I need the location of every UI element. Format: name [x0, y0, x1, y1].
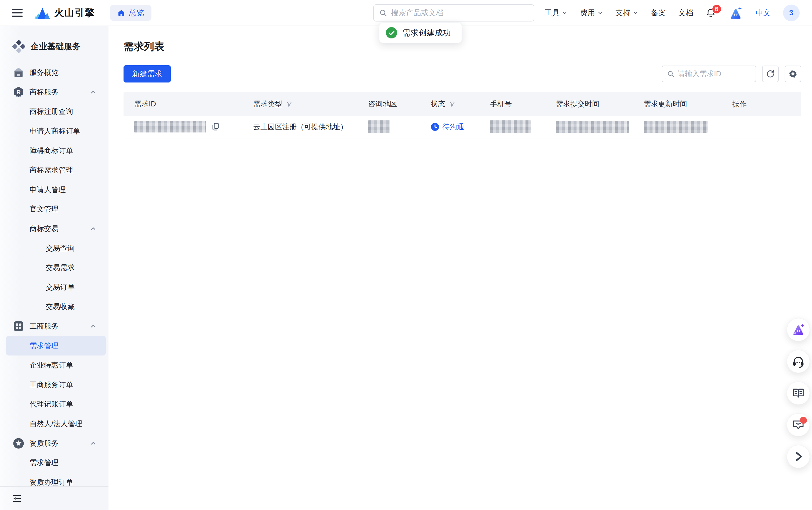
chevron-up-icon[interactable]	[90, 89, 97, 96]
chevron-up-icon[interactable]	[90, 323, 97, 330]
cell-submit-time	[545, 121, 633, 133]
refresh-button[interactable]	[762, 65, 779, 82]
sidebar-item-qualification-services[interactable]: 资质服务	[0, 433, 109, 453]
chevron-up-icon[interactable]	[90, 440, 97, 447]
overview-badge[interactable]: 总览	[110, 5, 151, 21]
sidebar-item-applicant-trademark-orders[interactable]: 申请人商标订单	[0, 121, 109, 141]
collapse-sidebar-icon	[12, 494, 22, 503]
sidebar-item-obstacle-trademark-orders[interactable]: 障碍商标订单	[0, 141, 109, 161]
sidebar-item-service-overview[interactable]: 服务概览	[0, 63, 109, 83]
sidebar-item-bookkeeping-agency-orders[interactable]: 代理记账订单	[0, 394, 109, 414]
diamond-grid-icon	[12, 40, 25, 53]
cell-status: 待沟通	[420, 122, 479, 132]
demand-id-search	[662, 65, 756, 82]
sidebar-item-label: 交易收藏	[0, 302, 74, 311]
sidebar-item-demand-management[interactable]: 需求管理	[0, 336, 109, 356]
sidebar-item-label: 自然人/法人管理	[0, 419, 83, 429]
sidebar-item-trade-orders[interactable]: 交易订单	[0, 278, 109, 297]
topbar-menu-label: 工具	[545, 8, 560, 18]
float-button-documentation[interactable]	[787, 381, 810, 405]
create-demand-button[interactable]: 新建需求	[123, 65, 171, 83]
sidebar-item-natural-legal-person-management[interactable]: 自然人/法人管理	[0, 414, 109, 434]
filter-icon[interactable]	[286, 101, 293, 107]
sidebar-item-business-service-orders[interactable]: 工商服务订单	[0, 375, 109, 395]
sidebar-item-label: 需求管理	[0, 341, 59, 351]
demand-table: 需求ID需求类型咨询地区状态手机号需求提交时间需求更新时间操作 云上园区注册（可…	[123, 92, 801, 138]
sidebar-item-trade-query[interactable]: 交易查询	[0, 238, 109, 258]
demand-id-search-input[interactable]	[678, 70, 773, 78]
redacted-value	[368, 120, 390, 133]
hamburger-menu-button[interactable]	[12, 9, 23, 17]
notifications-button[interactable]: 6	[706, 8, 716, 18]
sidebar-item-label: 申请人商标订单	[0, 126, 80, 136]
volcengine-logo[interactable]: 火山引擎	[34, 6, 95, 20]
volcengine-logo-mountain-icon	[34, 6, 51, 20]
cell-region	[357, 120, 420, 133]
topbar-search-input[interactable]	[391, 8, 529, 17]
topbar-menu-label: 备案	[651, 8, 666, 18]
notification-count-badge: 6	[712, 4, 722, 14]
ai-assistant-topbar-button[interactable]	[728, 6, 743, 20]
column-header-label: 咨询地区	[368, 99, 397, 109]
sidebar-item-official-document-management[interactable]: 官文管理	[0, 199, 109, 219]
topbar-menu-icp-filing[interactable]: 备案	[651, 8, 666, 18]
topbar-menu-docs[interactable]: 文档	[678, 8, 693, 18]
cell-phone	[479, 120, 545, 133]
collapse-sidebar-button[interactable]	[12, 494, 22, 503]
topbar-menu-tools[interactable]: 工具	[545, 8, 568, 18]
sidebar-item-trademark-registration-query[interactable]: 商标注册查询	[0, 102, 109, 121]
table-settings-button[interactable]	[785, 65, 801, 82]
column-header-type: 需求类型	[242, 99, 357, 109]
filter-icon[interactable]	[449, 101, 455, 107]
search-icon	[667, 70, 674, 78]
column-header-label: 需求提交时间	[556, 99, 599, 109]
topbar-menu-label: 文档	[678, 8, 693, 18]
floating-action-buttons	[787, 318, 810, 468]
gear-icon	[788, 69, 798, 79]
table-body: 云上园区注册（可提供地址）待沟通	[123, 116, 801, 138]
sidebar-item-enterprise-special-orders[interactable]: 企业特惠订单	[0, 356, 109, 375]
column-header-label: 需求ID	[134, 99, 156, 109]
user-avatar[interactable]: 3	[783, 5, 800, 21]
sidebar-item-trademark-demand-management[interactable]: 商标需求管理	[0, 161, 109, 180]
float-button-expand-panel[interactable]	[787, 445, 810, 468]
sidebar-item-label: 工商服务订单	[0, 380, 73, 390]
sidebar-item-applicant-management[interactable]: 申请人管理	[0, 180, 109, 200]
sidebar-item-qualification-demand-management[interactable]: 需求管理	[0, 453, 109, 473]
float-button-feedback[interactable]	[787, 413, 810, 436]
unread-dot-badge	[800, 417, 807, 424]
float-button-ai-assistant[interactable]	[787, 318, 810, 341]
topbar-menu-support[interactable]: 支持	[615, 8, 638, 18]
topbar-menu-billing[interactable]: 费用	[580, 8, 603, 18]
language-switcher[interactable]: 中文	[756, 8, 771, 18]
ai-mountain-icon	[791, 323, 805, 336]
cell-demand-id	[123, 121, 242, 133]
topbar: 火山引擎 总览 企业工具费用支持备案文档 6 中文 3	[0, 0, 812, 26]
sidebar-item-business-services[interactable]: 工商服务	[0, 316, 109, 336]
column-header-status: 状态	[420, 99, 479, 109]
column-header-actions: 操作	[722, 99, 801, 109]
toolbar-right	[662, 65, 801, 82]
sidebar-item-trademark-trading[interactable]: 商标交易	[0, 219, 109, 238]
book-icon	[791, 387, 805, 400]
sidebar-item-label: 交易需求	[0, 263, 74, 273]
column-header-phone: 手机号	[479, 99, 545, 109]
main-content: 需求列表 新建需求 需求ID需求类型咨询地区状态手机号需求提交时间需求更新时间操…	[109, 26, 812, 510]
chevron-up-icon[interactable]	[90, 225, 97, 232]
column-header-label: 手机号	[490, 99, 512, 109]
sidebar-item-label: 障碍商标订单	[0, 146, 73, 155]
float-button-customer-service[interactable]	[787, 350, 810, 373]
sidebar-item-label: 商标服务	[0, 87, 59, 97]
copy-icon[interactable]	[211, 122, 220, 132]
chevron-down-icon	[597, 10, 603, 16]
chevron-down-icon	[633, 10, 638, 16]
sidebar-item-trade-demand[interactable]: 交易需求	[0, 258, 109, 278]
sidebar-item-qualification-handling-orders[interactable]: 资质办理订单	[0, 472, 109, 492]
sidebar-item-trade-favorites[interactable]: 交易收藏	[0, 297, 109, 316]
column-header-update_time: 需求更新时间	[633, 99, 722, 109]
redacted-value	[134, 121, 206, 133]
cell-demand-type: 云上园区注册（可提供地址）	[242, 122, 357, 132]
sidebar-item-label: 官文管理	[0, 204, 59, 214]
topbar-menu-label: 费用	[580, 8, 595, 18]
sidebar-item-trademark-services[interactable]: R商标服务	[0, 83, 109, 102]
